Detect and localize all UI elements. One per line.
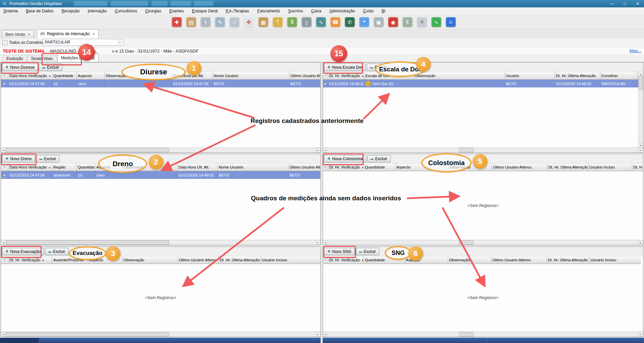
maximize-button[interactable]: □ xyxy=(619,0,631,7)
scroll-thumb[interactable] xyxy=(459,332,474,337)
column-header[interactable]: Dt. Hr. Verificação▲ xyxy=(328,163,364,171)
column-header[interactable]: Último Usuário Alterou xyxy=(178,256,219,264)
scroll-right-icon[interactable]: ► xyxy=(638,148,643,152)
column-header[interactable]: Dt. Hr. Última Alteração xyxy=(547,163,588,171)
scroll-left-icon[interactable]: ◄ xyxy=(1,240,6,245)
menu-internacao[interactable]: Internação xyxy=(88,9,107,13)
excluir-colostomia-button[interactable]: ▬Excluir xyxy=(367,155,391,162)
patient-blue-icon[interactable]: ☺ xyxy=(446,17,456,27)
power-icon[interactable]: ◉ xyxy=(388,17,398,27)
tab-bem-vindo[interactable]: Bem Vindo ✕ xyxy=(2,30,34,38)
evacuacao-hscrollbar[interactable]: ◄ ► xyxy=(1,332,320,337)
close-tab-icon[interactable]: ✕ xyxy=(92,32,95,36)
column-header[interactable]: Quantidade xyxy=(364,163,395,171)
diurese-hscrollbar[interactable]: ◄ ► xyxy=(1,147,320,152)
doctor-icon[interactable]: ⚕ xyxy=(201,17,211,27)
safe-icon[interactable]: ▯ xyxy=(302,17,312,27)
menu-consultorios[interactable]: Consultórios xyxy=(115,9,137,13)
menu-custo[interactable]: Custo xyxy=(363,9,373,13)
column-header[interactable]: Data Hora Últ. Alt. xyxy=(177,163,218,171)
escala-hscrollbar[interactable]: ◄ ► xyxy=(323,147,643,152)
scroll-down-icon[interactable]: ▼ xyxy=(639,143,643,148)
dreno-row-selected[interactable]: ▸ 01/12/2020 14:47:00 abdomem 10 claro 0… xyxy=(1,171,320,179)
column-header[interactable]: Data Hora Verificação▲ xyxy=(8,163,52,171)
excluir-diurese-button[interactable]: ▬Excluir xyxy=(39,64,62,71)
scroll-left-icon[interactable]: ◄ xyxy=(323,240,328,245)
column-header[interactable]: Observação xyxy=(414,72,505,80)
money-icon[interactable]: $ xyxy=(287,17,297,27)
novo-dreno-button[interactable]: ✱Novo Dreno xyxy=(2,155,35,162)
menu-exames[interactable]: Exames xyxy=(169,9,184,13)
scroll-right-icon[interactable]: ► xyxy=(315,332,320,337)
menu-recepcao[interactable]: Recepção xyxy=(61,9,79,13)
column-header[interactable]: Quantidade xyxy=(364,256,405,264)
nova-escala-dor-button[interactable]: ✱Nova Escala Dor xyxy=(324,64,366,71)
excluir-escala-button[interactable]: ▬Excluir xyxy=(367,64,390,71)
menu-sistema[interactable]: Sistema xyxy=(3,9,18,13)
column-header[interactable]: Data Hora Verificação▲ xyxy=(8,72,52,80)
column-header[interactable]: Usuário Incluiu xyxy=(588,163,632,171)
supplies-box-icon[interactable]: ▦ xyxy=(258,17,268,27)
column-header[interactable]: Dt. Hr. Verificação▲ xyxy=(328,256,364,264)
prescription-icon[interactable]: ✎ xyxy=(215,17,225,27)
billing-icon[interactable]: € xyxy=(402,17,413,27)
menu-pa-terapias[interactable]: P.A./Terapias xyxy=(226,9,249,13)
menu-base-de-dados[interactable]: Base de Dados xyxy=(26,9,53,13)
column-header[interactable]: Aspecto xyxy=(395,163,449,171)
column-header[interactable]: Usuário xyxy=(505,72,555,80)
column-header[interactable]: Último Usuário Alterou xyxy=(492,163,547,171)
column-header[interactable]: Observação xyxy=(105,72,172,80)
colostomia-hscrollbar[interactable]: ◄ ► xyxy=(323,240,643,245)
novo-diurese-button[interactable]: ✱Novo Diurese xyxy=(2,64,38,71)
column-header[interactable]: Ausente/Presente xyxy=(52,256,88,264)
convenio-select[interactable]: PARTICULAR ▼ xyxy=(43,39,123,46)
menu-faturamento[interactable]: Faturamento xyxy=(257,9,280,13)
scroll-left-icon[interactable]: ◄ xyxy=(1,332,6,337)
tab-registros-internacao[interactable]: Registros de Internação ✕ xyxy=(37,29,99,38)
mais-link[interactable]: Mais... xyxy=(630,49,641,53)
news-monitor-icon[interactable]: ▣ xyxy=(374,17,384,27)
column-header[interactable]: Convênio xyxy=(600,72,637,80)
close-tab-icon[interactable]: ✕ xyxy=(28,32,30,36)
scroll-thumb[interactable] xyxy=(459,148,474,152)
finance-chart-icon[interactable]: ∿ xyxy=(316,17,326,27)
patient-folder-icon[interactable]: ▤ xyxy=(186,17,196,27)
excluir-sng-button[interactable]: ▬Excluir xyxy=(356,248,379,255)
column-header[interactable]: Região xyxy=(52,163,77,171)
excluir-evacuacao-button[interactable]: ▬Excluir xyxy=(45,248,68,255)
column-header[interactable]: Escala de Dor xyxy=(364,72,414,80)
column-header[interactable]: Aspecto xyxy=(88,256,122,264)
scroll-thumb[interactable] xyxy=(6,332,169,337)
column-header[interactable]: Aspecto xyxy=(405,256,448,264)
scroll-left-icon[interactable]: ◄ xyxy=(1,148,6,152)
column-header[interactable]: Aspecto xyxy=(77,72,105,80)
column-header[interactable]: Observação xyxy=(122,256,178,264)
diurese-row-selected[interactable]: ▸ 01/12/2020 14:47:00 10 claro 01/12/202… xyxy=(1,80,320,87)
tab-evolucao[interactable]: Evolução xyxy=(3,55,26,62)
minimize-button[interactable]: — xyxy=(606,0,619,7)
scroll-thumb[interactable] xyxy=(639,76,643,90)
column-header[interactable]: Data Hora Últ. Alt. xyxy=(172,72,213,80)
scroll-thumb[interactable] xyxy=(6,148,169,152)
excluir-dreno-button[interactable]: ▬Excluir xyxy=(36,155,59,162)
dreno-hscrollbar[interactable]: ◄ ► xyxy=(1,240,320,245)
column-header[interactable]: Quantidade xyxy=(52,72,77,80)
phone-book-icon[interactable]: ☎ xyxy=(330,17,340,27)
hospital-bed-icon[interactable]: ⌂ xyxy=(229,17,239,27)
column-header[interactable]: Último Usuário Alterou xyxy=(491,256,547,264)
todos-convenios-checkbox[interactable]: ✓ xyxy=(2,40,7,45)
scroll-left-icon[interactable]: ◄ xyxy=(323,148,328,152)
close-button[interactable]: ✕ xyxy=(631,0,644,7)
scroll-left-icon[interactable]: ◄ xyxy=(323,332,328,337)
column-header[interactable]: Dt. Hr. Última Alteração xyxy=(219,256,261,264)
column-header[interactable]: Dt. Hr. Última Alteração xyxy=(547,256,590,264)
column-header[interactable]: Nome Usuário xyxy=(213,72,289,80)
scroll-right-icon[interactable]: ► xyxy=(315,240,320,245)
chat-icon[interactable]: ❝ xyxy=(359,17,369,27)
nova-colostomia-button[interactable]: ✱Nova Colostomia xyxy=(324,155,366,162)
emergency-icon[interactable]: ✚ xyxy=(172,17,182,27)
column-header[interactable]: Dt. Hr. Verificação▲ xyxy=(328,72,364,80)
menu-cirurgias[interactable]: Cirurgias xyxy=(145,9,161,13)
documents-icon[interactable]: ≡ xyxy=(417,17,427,27)
vitals-chart-icon[interactable]: ∿ xyxy=(431,17,441,27)
